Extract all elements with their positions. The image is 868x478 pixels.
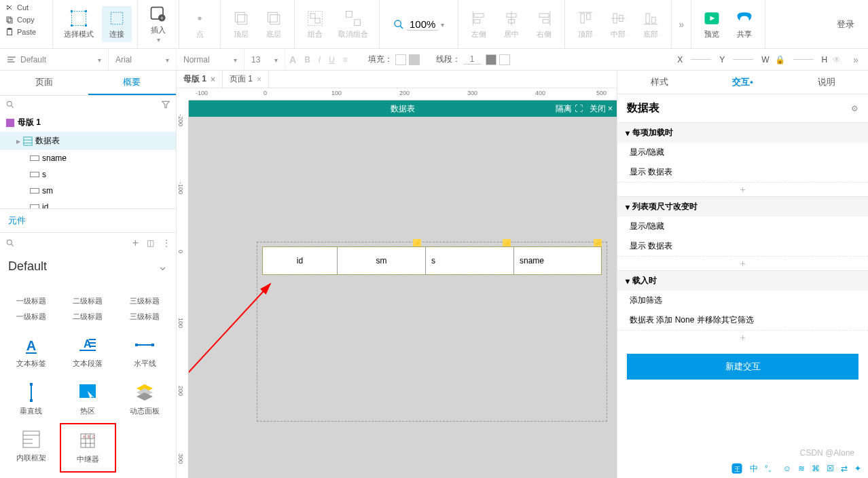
bottom-tool[interactable]: 中 (750, 463, 758, 475)
interaction-item[interactable]: 显示/隐藏 (617, 143, 868, 162)
settings-icon[interactable]: ⚙ (851, 104, 858, 113)
tree-master[interactable]: 母版 1 (0, 113, 176, 132)
widget-h3[interactable]: 三级标题三级标题 (116, 284, 173, 329)
tree-child[interactable]: id (0, 199, 176, 208)
bottom-tool[interactable]: ⌘ (812, 464, 820, 473)
new-interaction-button[interactable]: 新建交互 (627, 354, 858, 380)
add-action-button[interactable]: + (617, 256, 868, 270)
coord-y-input[interactable] (733, 59, 753, 60)
bold-button[interactable]: B (300, 55, 314, 65)
coord-w-input[interactable] (793, 59, 814, 60)
app-badge-icon[interactable]: 王 (731, 462, 743, 475)
svg-rect-15 (238, 15, 247, 24)
bottom-tool[interactable]: ☺ (783, 464, 791, 473)
bottom-tool[interactable]: ✦ (854, 464, 861, 473)
widget-iframe[interactable]: 内联框架 (3, 423, 60, 473)
repeater-cell[interactable]: sm (338, 247, 426, 274)
add-action-button[interactable]: + (617, 330, 868, 344)
library-selector[interactable]: Default⌄ (0, 253, 176, 279)
tree-child[interactable]: sm (0, 183, 176, 199)
fill-color-swatch[interactable] (395, 54, 406, 65)
widget-label[interactable]: A文本标签 (3, 329, 60, 375)
italic-button[interactable]: I (314, 55, 325, 65)
paste-button[interactable]: Paste (0, 26, 52, 38)
underline-button[interactable]: U (325, 55, 339, 65)
section-head[interactable]: ▾载入时 (617, 271, 868, 291)
interaction-item[interactable]: 数据表 添加 None 并移除其它筛选 (617, 310, 868, 330)
weight-selector[interactable]: Normal (177, 49, 245, 70)
repeater-cell[interactable]: sname (514, 247, 601, 274)
style-selector[interactable]: Default (0, 49, 109, 70)
interaction-item[interactable]: 显示 数据表 (617, 162, 868, 182)
interaction-item[interactable]: 显示/隐藏 (617, 217, 868, 236)
svg-rect-0 (7, 17, 11, 22)
widget-repeater[interactable]: ABC中继器 (60, 423, 117, 473)
library-menu-button[interactable]: ⋮ (162, 238, 170, 248)
fill-color-swatch-2[interactable] (409, 54, 420, 65)
close-icon[interactable]: × (211, 75, 215, 84)
widget-dynamic-panel[interactable]: 动态面板 (116, 376, 173, 423)
section-head[interactable]: ▾每项加载时 (617, 123, 868, 143)
coord-y-label: Y (717, 55, 727, 65)
repeater-cell[interactable]: id (263, 247, 338, 274)
connect-button[interactable]: 连接 (102, 6, 132, 42)
share-button[interactable]: 共享 (729, 6, 759, 42)
size-selector[interactable]: 13 (245, 49, 285, 70)
line-color-swatch[interactable] (486, 54, 496, 65)
repeater-cell[interactable]: s (426, 247, 514, 274)
zoom-control[interactable]: 100% (393, 18, 444, 31)
widget-search-row: + ◫ ⋮ (0, 233, 176, 253)
lock-icon[interactable]: 🔒 (775, 55, 785, 65)
close-icon[interactable]: × (257, 75, 261, 84)
visibility-icon[interactable]: 👁 (833, 55, 841, 65)
align-h-group: 左侧 居中 右侧 (458, 0, 565, 48)
library-icon[interactable]: ◫ (147, 238, 154, 248)
widget-hr[interactable]: 水平线 (116, 329, 173, 375)
section-head[interactable]: ▾列表项尺寸改变时 (617, 197, 868, 217)
copy-button[interactable]: Copy (0, 14, 52, 26)
widget-search-input[interactable] (19, 238, 128, 248)
tab-pages[interactable]: 页面 (0, 71, 88, 95)
canvas-viewport[interactable]: 数据表 隔离 ⛶ 关闭 × ⚡ ⚡ ⚡ id sm s sname (189, 100, 617, 478)
toolbar-overflow[interactable] (672, 0, 691, 48)
tab-style[interactable]: 样式 (617, 71, 701, 94)
tree-child[interactable]: sname (0, 150, 176, 166)
widget-vr[interactable]: 垂直线 (3, 376, 60, 423)
bottom-tool[interactable]: ☒ (827, 464, 834, 473)
text-color-button[interactable]: A (285, 54, 300, 65)
canvas-tab[interactable]: 页面 1× (223, 71, 269, 88)
repeater-widget[interactable]: id sm s sname (262, 246, 602, 275)
line-style-swatch[interactable] (499, 54, 510, 65)
interaction-item[interactable]: 显示 数据表 (617, 236, 868, 256)
tab-outline[interactable]: 概要 (88, 71, 177, 95)
bottom-tool[interactable]: ⇄ (841, 464, 848, 473)
filter-icon[interactable] (161, 100, 170, 109)
font-selector[interactable]: Arial (109, 49, 177, 70)
tab-notes[interactable]: 说明 (784, 71, 868, 94)
widget-hotspot[interactable]: 热区 (60, 376, 117, 423)
insert-button[interactable]: +插入 (143, 2, 173, 46)
bottom-tool[interactable]: °。 (765, 463, 776, 475)
add-action-button[interactable]: + (617, 182, 868, 196)
widget-paragraph[interactable]: A文本段落 (60, 329, 117, 375)
preview-button[interactable]: 预览 (697, 6, 727, 42)
format-overflow[interactable] (844, 54, 868, 65)
cut-button[interactable]: Cut (0, 1, 52, 14)
isolate-button[interactable]: 隔离 ⛶ (556, 103, 582, 115)
widget-h2[interactable]: 二级标题二级标题 (60, 284, 117, 329)
tree-child[interactable]: s (0, 166, 176, 183)
line-width-input[interactable]: 1 (463, 54, 482, 65)
bullets-button[interactable]: ≡ (339, 55, 352, 65)
select-mode-button[interactable]: 选择模式 (58, 6, 99, 42)
close-isolation-button[interactable]: 关闭 × (590, 103, 613, 115)
tree-repeater[interactable]: ▸数据表 (0, 132, 176, 150)
canvas-tab[interactable]: 母版 1× (177, 71, 223, 88)
interaction-item[interactable]: 添加筛选 (617, 291, 868, 310)
coord-x-input[interactable] (691, 59, 711, 60)
bottom-tool[interactable]: ≋ (798, 464, 805, 473)
outline-search-input[interactable] (19, 100, 157, 109)
add-library-button[interactable]: + (132, 237, 139, 249)
tab-interactions[interactable]: 交互 (701, 71, 784, 94)
login-button[interactable]: 登录 (823, 0, 868, 48)
widget-h1[interactable]: 一级标题一级标题 (3, 284, 60, 329)
